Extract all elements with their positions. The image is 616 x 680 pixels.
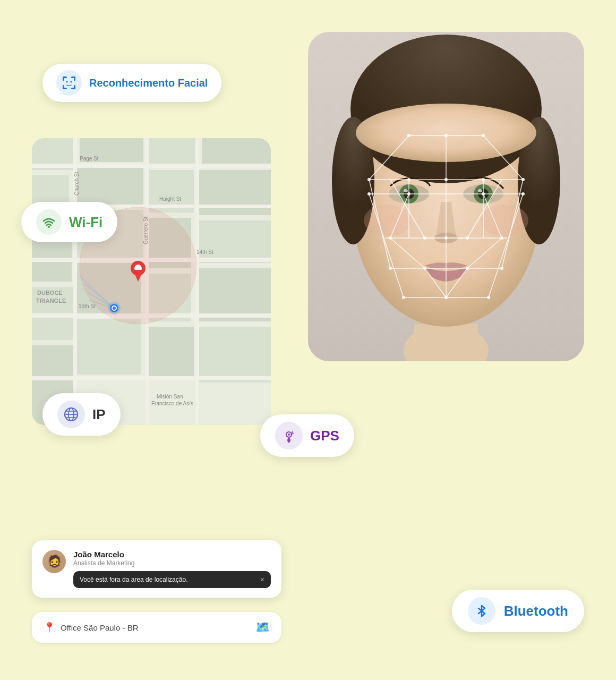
svg-text:15th St: 15th St (79, 303, 96, 309)
svg-rect-90 (32, 164, 271, 168)
svg-point-48 (367, 178, 371, 181)
svg-point-137 (288, 434, 290, 436)
svg-text:Francisco de Asís: Francisco de Asís (151, 401, 193, 406)
svg-rect-81 (196, 220, 271, 263)
svg-rect-123 (74, 76, 75, 81)
bluetooth-icon (468, 597, 495, 625)
svg-rect-125 (63, 85, 64, 89)
face-scan-icon (56, 70, 82, 96)
face-mesh-svg (308, 32, 584, 361)
svg-rect-94 (32, 376, 271, 380)
svg-point-15 (478, 189, 482, 192)
svg-point-58 (500, 236, 503, 240)
wifi-pill: Wi-Fi (21, 202, 117, 242)
globe-icon (57, 401, 85, 428)
facial-recognition-pill: Reconhecimento Facial (42, 64, 221, 102)
wifi-label: Wi-Fi (69, 214, 102, 231)
svg-text:DUBOCE: DUBOCE (37, 290, 63, 296)
location-pin-icon: 📍 (44, 622, 55, 633)
svg-text:Page St: Page St (80, 156, 99, 162)
svg-point-128 (66, 81, 68, 83)
bluetooth-pill: Bluetooth (452, 590, 584, 632)
svg-point-17 (364, 205, 412, 236)
svg-point-51 (407, 178, 410, 181)
svg-rect-127 (74, 85, 75, 89)
svg-point-59 (423, 236, 426, 240)
svg-point-47 (482, 134, 485, 137)
gps-icon (275, 422, 303, 449)
svg-text:Church St: Church St (74, 172, 80, 196)
ip-label: IP (92, 406, 106, 423)
user-name: João Marcelo (73, 550, 124, 559)
bluetooth-label: Bluetooth (504, 603, 568, 619)
svg-rect-2 (414, 324, 478, 361)
close-icon[interactable]: × (260, 575, 264, 584)
svg-point-55 (407, 192, 410, 196)
svg-rect-97 (195, 138, 199, 425)
notification-bar: 🧔 João Marcelo Analista de Marketing Voc… (32, 540, 281, 598)
svg-point-62 (423, 267, 426, 270)
svg-point-65 (500, 267, 503, 270)
svg-rect-75 (74, 167, 143, 205)
svg-point-67 (487, 296, 490, 299)
svg-point-11 (404, 189, 408, 192)
avatar: 🧔 (42, 550, 66, 573)
svg-rect-77 (199, 170, 271, 215)
svg-rect-73 (202, 138, 271, 165)
user-role: Analista de Marketing (73, 559, 271, 567)
map-grid-icon: 🗺️ (255, 620, 270, 634)
svg-text:TRIANGLE: TRIANGLE (36, 298, 66, 304)
svg-point-64 (389, 267, 392, 270)
office-location-text: Office São Paulo - BR (61, 623, 138, 632)
svg-point-60 (466, 236, 469, 240)
map-card: Page St Haight St 14th St 15th St Church… (32, 138, 271, 425)
svg-point-45 (444, 134, 448, 137)
svg-point-130 (48, 226, 50, 228)
svg-text:Misión San: Misión San (157, 394, 183, 400)
map-svg: Page St Haight St 14th St 15th St Church… (32, 138, 271, 425)
gps-label: GPS (310, 428, 339, 444)
svg-point-119 (113, 307, 116, 310)
svg-point-56 (482, 192, 485, 196)
svg-text:14th St: 14th St (196, 249, 213, 255)
svg-rect-89 (199, 327, 271, 382)
svg-point-57 (389, 236, 392, 240)
svg-rect-121 (63, 76, 64, 81)
ip-pill: IP (42, 393, 121, 436)
svg-point-68 (444, 296, 448, 299)
alert-text: Você está fora da area de localização. (80, 576, 187, 583)
office-bar: 📍 Office São Paulo - BR 🗺️ (32, 612, 281, 643)
svg-rect-72 (149, 138, 196, 167)
svg-point-50 (444, 178, 448, 181)
svg-point-63 (466, 267, 469, 270)
svg-rect-87 (77, 319, 141, 375)
svg-point-66 (402, 296, 405, 299)
svg-point-129 (71, 81, 72, 83)
svg-rect-88 (146, 327, 194, 377)
gps-pill: GPS (260, 414, 354, 457)
svg-point-18 (481, 205, 528, 236)
svg-point-49 (521, 178, 525, 181)
svg-point-61 (444, 236, 448, 240)
svg-text:Haight St: Haight St (159, 196, 181, 202)
svg-point-46 (407, 134, 410, 137)
facial-recognition-label: Reconhecimento Facial (89, 77, 208, 89)
svg-point-54 (521, 192, 525, 196)
svg-point-53 (367, 192, 371, 196)
wifi-icon (36, 209, 62, 235)
alert-box: Você está fora da area de localização. × (73, 571, 271, 588)
facial-recognition-card (308, 32, 584, 361)
svg-point-52 (482, 178, 485, 181)
